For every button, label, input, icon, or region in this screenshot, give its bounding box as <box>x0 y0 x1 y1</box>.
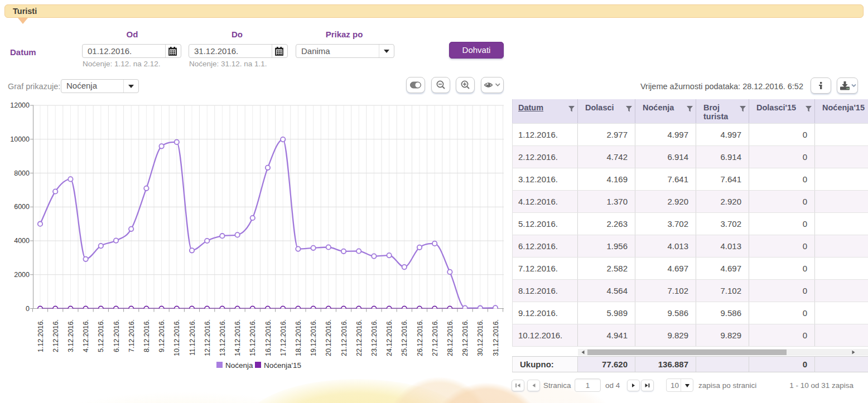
svg-text:4.12.2016.: 4.12.2016. <box>82 319 90 352</box>
svg-text:2000: 2000 <box>14 271 30 279</box>
svg-text:30.12.2016.: 30.12.2016. <box>476 319 484 356</box>
svg-text:24.12.2016.: 24.12.2016. <box>385 319 393 356</box>
svg-text:6000: 6000 <box>14 203 30 211</box>
svg-text:1.12.2016.: 1.12.2016. <box>37 319 45 352</box>
svg-text:Noćenja: Noćenja <box>225 361 253 370</box>
svg-text:10000: 10000 <box>10 135 30 143</box>
svg-text:17.12.2016.: 17.12.2016. <box>279 319 287 356</box>
svg-text:Noćenja'15: Noćenja'15 <box>264 361 301 370</box>
svg-text:13.12.2016.: 13.12.2016. <box>219 319 226 356</box>
svg-text:2.12.2016.: 2.12.2016. <box>52 319 60 352</box>
svg-text:12.12.2016.: 12.12.2016. <box>204 319 211 356</box>
svg-text:18.12.2016.: 18.12.2016. <box>295 319 302 356</box>
svg-text:3.12.2016.: 3.12.2016. <box>67 319 75 352</box>
svg-text:23.12.2016.: 23.12.2016. <box>370 319 378 356</box>
svg-text:5.12.2016.: 5.12.2016. <box>97 319 105 352</box>
svg-text:26.12.2016.: 26.12.2016. <box>416 319 424 356</box>
svg-text:15.12.2016.: 15.12.2016. <box>249 319 257 356</box>
svg-text:6.12.2016.: 6.12.2016. <box>113 319 120 352</box>
svg-text:14.12.2016.: 14.12.2016. <box>234 319 242 356</box>
svg-text:11.12.2016.: 11.12.2016. <box>189 319 196 356</box>
svg-text:4000: 4000 <box>14 237 30 245</box>
svg-text:16.12.2016.: 16.12.2016. <box>264 319 272 356</box>
svg-text:22.12.2016.: 22.12.2016. <box>355 319 363 356</box>
svg-text:8000: 8000 <box>14 169 30 177</box>
svg-text:20.12.2016.: 20.12.2016. <box>325 319 332 356</box>
svg-text:31.12.2016.: 31.12.2016. <box>492 319 500 356</box>
svg-text:10.12.2016.: 10.12.2016. <box>173 319 181 356</box>
svg-text:8.12.2016.: 8.12.2016. <box>143 319 151 352</box>
svg-text:12000: 12000 <box>10 101 30 109</box>
svg-text:28.12.2016.: 28.12.2016. <box>446 319 454 356</box>
svg-text:29.12.2016.: 29.12.2016. <box>461 319 469 356</box>
svg-text:25.12.2016.: 25.12.2016. <box>401 319 408 356</box>
svg-text:9.12.2016.: 9.12.2016. <box>158 319 166 352</box>
svg-text:27.12.2016.: 27.12.2016. <box>431 319 439 356</box>
svg-text:7.12.2016.: 7.12.2016. <box>128 319 136 352</box>
svg-text:21.12.2016.: 21.12.2016. <box>340 319 348 356</box>
svg-text:19.12.2016.: 19.12.2016. <box>310 319 317 356</box>
svg-text:0: 0 <box>26 305 30 313</box>
